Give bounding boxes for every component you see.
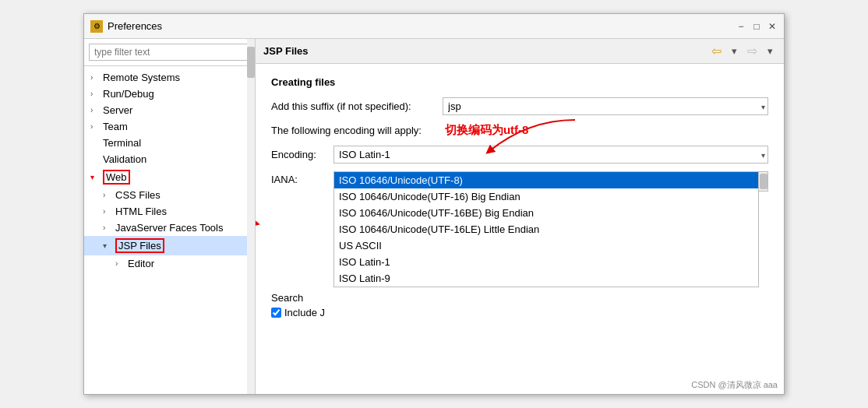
arrow-icon: › [90,73,101,82]
arrow-icon: › [90,122,101,131]
sidebar-annotation-arrow [256,185,271,231]
sidebar-item-terminal[interactable]: Terminal [84,135,255,151]
sidebar: › Remote Systems › Run/Debug › Server › … [84,39,256,394]
watermark: CSDN @清风微凉 aaa [691,379,778,391]
iana-option-utf16-be[interactable]: ISO 10646/Unicode(UTF-16) Big Endian [334,188,758,205]
suffix-input-wrap: jsp ▾ [443,97,768,115]
filter-input[interactable] [89,44,250,61]
sidebar-scrollbar-thumb [247,47,255,78]
suffix-label: Add this suffix (if not specified): [271,100,443,112]
right-panel: JSP Files ⇦ ▾ ⇨ ▾ Creating files Add thi… [256,39,784,394]
panel-content: Creating files Add this suffix (if not s… [256,64,784,394]
panel-title: JSP Files [263,45,309,57]
panel-header: JSP Files ⇦ ▾ ⇨ ▾ [256,39,784,64]
iana-option-latin1[interactable]: ISO Latin-1 [334,254,758,270]
arrow-icon: › [90,90,101,98]
encoding-field-label: Encoding: [271,146,333,160]
window-controls: − □ ✕ [736,21,778,32]
encoding-note-row: The following encoding will apply: 切换编码为… [271,123,768,138]
close-button[interactable]: ✕ [767,21,778,32]
include-checkbox[interactable] [271,308,281,318]
arrow-icon [90,139,101,147]
sidebar-item-editor[interactable]: › Editor [84,255,255,272]
sidebar-item-label: HTML Files [115,206,167,217]
sidebar-item-remote-systems[interactable]: › Remote Systems [84,69,255,86]
arrow-icon: › [103,191,114,199]
encoding-note-label: The following encoding will apply: [271,125,422,136]
sidebar-scrollbar[interactable] [247,39,255,394]
preferences-window: ⚙ Preferences − □ ✕ › Remote Systems › R… [83,13,785,395]
sidebar-item-label: JSP Files [115,238,164,253]
sidebar-item-css-files[interactable]: › CSS Files [84,187,255,203]
iana-option-latin9[interactable]: ISO Latin-9 [334,270,758,287]
sidebar-item-label: Team [103,121,128,132]
sidebar-item-label: Web [103,170,130,185]
sidebar-tree: › Remote Systems › Run/Debug › Server › … [84,66,255,394]
minimize-button[interactable]: − [736,21,746,32]
sidebar-filter-area [84,39,255,66]
sidebar-item-label: Editor [128,258,154,269]
encoding-select-row: Encoding: ISO Latin-1 ▾ [271,146,768,164]
checkbox-row: Include J [271,307,768,318]
suffix-select[interactable]: jsp [443,97,768,115]
arrow-icon: › [103,207,114,216]
annotation-text: 切换编码为utf-8 [445,123,529,138]
checkbox-label: Include J [284,307,325,318]
sidebar-item-label: JavaServer Faces Tools [115,222,224,234]
sidebar-item-jsf-tools[interactable]: › JavaServer Faces Tools [84,220,255,236]
nav-back-dropdown[interactable]: ▾ [728,43,740,60]
encoding-select-wrap: ISO Latin-1 ▾ [333,146,768,164]
iana-option-utf8[interactable]: ISO 10646/Unicode(UTF-8) [334,172,758,188]
iana-row: IANA: ISO 10646/Unicode(UTF-8) ISO 10646… [271,171,768,287]
sidebar-item-html-files[interactable]: › HTML Files [84,203,255,220]
sidebar-item-web[interactable]: ▾ Web [84,167,255,187]
iana-scrollbar-thumb [760,174,767,189]
iana-option-usascii[interactable]: US ASCII [334,237,758,254]
search-label: Search [271,292,333,304]
panel-nav: ⇦ ▾ ⇨ ▾ [707,43,776,60]
search-row: Search [271,292,768,304]
sidebar-item-label: Terminal [103,137,141,149]
sidebar-item-label: CSS Files [115,189,161,201]
arrow-icon: › [103,223,114,232]
iana-label: IANA: [271,171,333,185]
iana-option-utf16le[interactable]: ISO 10646/Unicode(UTF-16LE) Little Endia… [334,221,758,237]
sidebar-item-jsp-files[interactable]: ▾ JSP Files [84,236,255,255]
suffix-row: Add this suffix (if not specified): jsp … [271,97,768,115]
nav-forward-dropdown[interactable]: ▾ [764,43,776,60]
encoding-col: ISO Latin-1 ▾ [333,146,768,164]
title-bar: ⚙ Preferences − □ ✕ [84,14,784,39]
window-body: › Remote Systems › Run/Debug › Server › … [84,39,784,394]
iana-option-utf16be[interactable]: ISO 10646/Unicode(UTF-16BE) Big Endian [334,205,758,221]
sidebar-item-team[interactable]: › Team [84,118,255,135]
arrow-icon [90,155,101,164]
nav-back-button[interactable]: ⇦ [707,43,725,60]
iana-dropdown-list[interactable]: ISO 10646/Unicode(UTF-8) ISO 10646/Unico… [333,171,759,287]
expand-icon: ▾ [90,173,101,181]
sidebar-item-run-debug[interactable]: › Run/Debug [84,86,255,102]
arrow-icon: › [115,259,126,268]
iana-dropdown-container: ISO 10646/Unicode(UTF-8) ISO 10646/Unico… [333,171,759,287]
section-title: Creating files [271,76,768,88]
sidebar-item-label: Run/Debug [103,88,154,100]
sidebar-item-label: Server [103,104,132,116]
maximize-button[interactable]: □ [751,21,762,32]
sidebar-item-validation[interactable]: Validation [84,151,255,167]
sidebar-item-label: Validation [103,153,146,165]
encoding-select[interactable]: ISO Latin-1 [333,146,768,164]
sidebar-item-label: Remote Systems [103,72,180,83]
sidebar-item-server[interactable]: › Server [84,102,255,118]
window-icon: ⚙ [90,20,103,33]
nav-forward-button[interactable]: ⇨ [743,43,760,60]
arrow-icon: › [90,106,101,114]
window-title: Preferences [108,20,736,32]
arrow-icon: ▾ [103,241,114,250]
iana-scrollbar[interactable] [759,171,768,192]
